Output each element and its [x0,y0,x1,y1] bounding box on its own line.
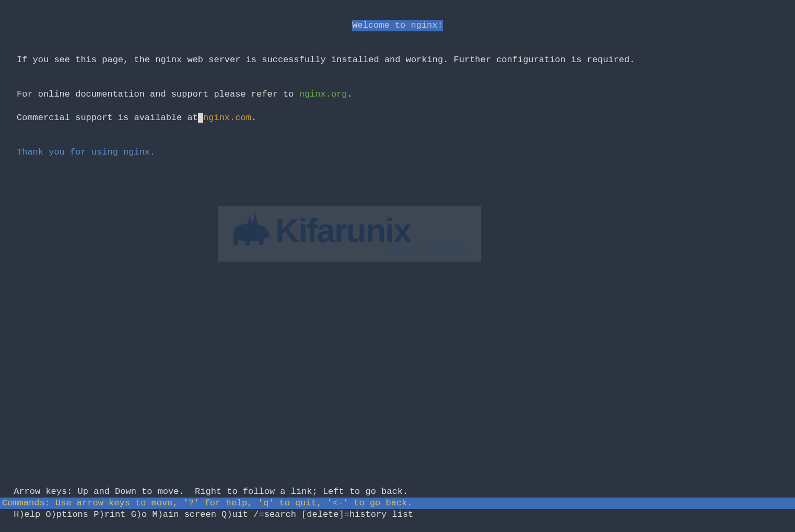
commercial-line: Commercial support is available at nginx… [17,112,778,124]
page-title: Welcome to nginx! [352,20,442,31]
text-cursor [198,113,203,123]
watermark-text: Kifarunix *NIXTIPS & TUTORIALS [273,214,473,254]
thanks-line: Thank you for using nginx. [17,147,778,158]
documentation-line: For online documentation and support ple… [17,89,778,100]
nginx-com-link[interactable]: nginx.com [203,113,251,123]
intro-paragraph: If you see this page, the nginx web serv… [17,54,778,66]
terminal-content: Welcome to nginx! If you see this page, … [0,0,795,178]
commercial-text-pre: Commercial support is available at [17,113,198,123]
rhino-icon [226,211,273,257]
help-lines: Arrow keys: Up and Down to move. Right t… [0,475,795,532]
watermark-brand: Kifarunix [275,214,411,247]
commercial-text-post: . [251,113,256,123]
doc-text-pre: For online documentation and support ple… [17,89,299,99]
watermark: Kifarunix *NIXTIPS & TUTORIALS [218,206,481,262]
doc-text-post: . [347,89,353,99]
watermark-tagline: *NIXTIPS & TUTORIALS [387,245,470,254]
nginx-org-link[interactable]: nginx.org [299,89,347,99]
title-wrapper: Welcome to nginx! [17,20,778,31]
help-line-2: H)elp O)ptions P)rint G)o M)ain screen Q… [8,509,787,521]
help-line-1: Arrow keys: Up and Down to move. Right t… [8,486,787,498]
